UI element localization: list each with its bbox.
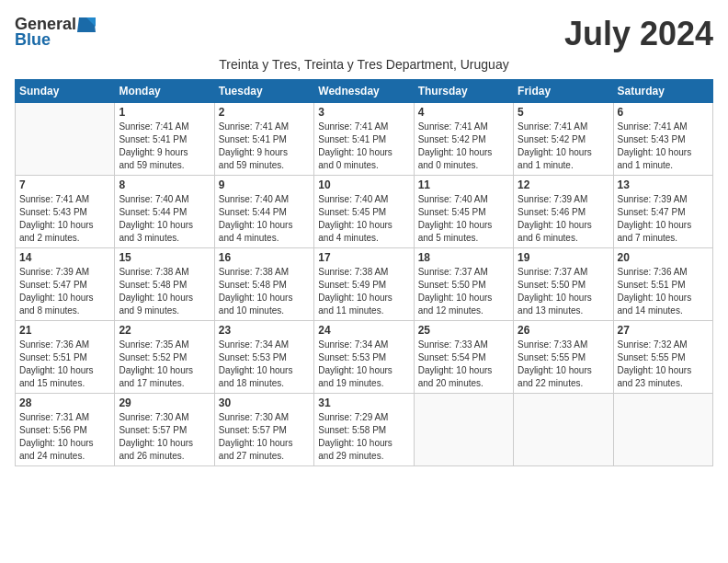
day-info: Sunrise: 7:41 AM Sunset: 5:41 PM Dayligh… [119,121,210,172]
day-number: 20 [618,251,709,264]
day-info: Sunrise: 7:37 AM Sunset: 5:50 PM Dayligh… [418,266,509,317]
day-info: Sunrise: 7:41 AM Sunset: 5:42 PM Dayligh… [518,121,609,172]
day-info: Sunrise: 7:40 AM Sunset: 5:45 PM Dayligh… [318,193,409,245]
day-info: Sunrise: 7:41 AM Sunset: 5:41 PM Dayligh… [318,121,409,172]
day-number: 2 [219,106,310,119]
day-info: Sunrise: 7:36 AM Sunset: 5:51 PM Dayligh… [19,339,110,390]
calendar-cell: 13Sunrise: 7:39 AM Sunset: 5:47 PM Dayli… [613,176,712,248]
calendar-cell: 8Sunrise: 7:40 AM Sunset: 5:44 PM Daylig… [115,176,214,248]
day-info: Sunrise: 7:38 AM Sunset: 5:48 PM Dayligh… [219,266,310,317]
logo-triangle-icon [77,17,96,32]
day-number: 11 [418,178,509,191]
day-number: 14 [19,251,110,264]
day-number: 7 [19,178,110,191]
day-number: 29 [119,396,210,409]
calendar-week-5: 28Sunrise: 7:31 AM Sunset: 5:56 PM Dayli… [16,394,713,466]
day-info: Sunrise: 7:35 AM Sunset: 5:52 PM Dayligh… [119,339,210,390]
calendar-cell [613,394,712,466]
calendar-header-saturday: Saturday [613,80,712,103]
day-info: Sunrise: 7:36 AM Sunset: 5:51 PM Dayligh… [618,266,709,317]
calendar-week-2: 7Sunrise: 7:41 AM Sunset: 5:43 PM Daylig… [16,176,713,248]
calendar-subtitle: Treinta y Tres, Treinta y Tres Departmen… [15,57,713,72]
calendar-cell: 18Sunrise: 7:37 AM Sunset: 5:50 PM Dayli… [414,248,513,321]
calendar-cell: 10Sunrise: 7:40 AM Sunset: 5:45 PM Dayli… [314,176,414,248]
day-info: Sunrise: 7:33 AM Sunset: 5:55 PM Dayligh… [518,339,609,390]
day-info: Sunrise: 7:33 AM Sunset: 5:54 PM Dayligh… [418,339,509,390]
calendar-cell: 1Sunrise: 7:41 AM Sunset: 5:41 PM Daylig… [115,103,214,176]
day-info: Sunrise: 7:40 AM Sunset: 5:45 PM Dayligh… [418,193,509,245]
day-number: 18 [418,251,509,264]
day-number: 31 [318,396,409,409]
day-info: Sunrise: 7:31 AM Sunset: 5:56 PM Dayligh… [19,411,110,463]
day-number: 23 [219,324,310,337]
calendar-header-wednesday: Wednesday [314,80,414,103]
calendar-cell: 28Sunrise: 7:31 AM Sunset: 5:56 PM Dayli… [16,394,115,466]
calendar-cell: 14Sunrise: 7:39 AM Sunset: 5:47 PM Dayli… [16,248,115,321]
calendar-cell [514,394,613,466]
calendar-cell: 25Sunrise: 7:33 AM Sunset: 5:54 PM Dayli… [414,321,513,394]
calendar-cell: 2Sunrise: 7:41 AM Sunset: 5:41 PM Daylig… [214,103,313,176]
calendar-cell: 11Sunrise: 7:40 AM Sunset: 5:45 PM Dayli… [414,176,513,248]
day-number: 30 [219,396,310,409]
day-info: Sunrise: 7:41 AM Sunset: 5:41 PM Dayligh… [219,121,310,172]
calendar-week-3: 14Sunrise: 7:39 AM Sunset: 5:47 PM Dayli… [16,248,713,321]
calendar-week-1: 1Sunrise: 7:41 AM Sunset: 5:41 PM Daylig… [16,103,713,176]
day-number: 17 [318,251,409,264]
day-number: 26 [518,324,609,337]
day-info: Sunrise: 7:40 AM Sunset: 5:44 PM Dayligh… [219,193,310,245]
calendar-cell: 31Sunrise: 7:29 AM Sunset: 5:58 PM Dayli… [314,394,414,466]
day-number: 9 [219,178,310,191]
calendar-cell: 3Sunrise: 7:41 AM Sunset: 5:41 PM Daylig… [314,103,414,176]
day-number: 27 [618,324,709,337]
day-number: 21 [19,324,110,337]
day-info: Sunrise: 7:38 AM Sunset: 5:48 PM Dayligh… [119,266,210,317]
calendar-cell: 15Sunrise: 7:38 AM Sunset: 5:48 PM Dayli… [115,248,214,321]
calendar-header-row: SundayMondayTuesdayWednesdayThursdayFrid… [16,80,713,103]
page-header: General Blue July 2024 [15,15,713,53]
day-number: 6 [618,106,709,119]
calendar-cell: 24Sunrise: 7:34 AM Sunset: 5:53 PM Dayli… [314,321,414,394]
calendar-header-tuesday: Tuesday [214,80,313,103]
calendar-cell: 9Sunrise: 7:40 AM Sunset: 5:44 PM Daylig… [214,176,313,248]
day-number: 24 [318,324,409,337]
calendar-cell: 17Sunrise: 7:38 AM Sunset: 5:49 PM Dayli… [314,248,414,321]
day-info: Sunrise: 7:39 AM Sunset: 5:46 PM Dayligh… [518,193,609,245]
calendar-cell: 12Sunrise: 7:39 AM Sunset: 5:46 PM Dayli… [514,176,613,248]
calendar-cell: 23Sunrise: 7:34 AM Sunset: 5:53 PM Dayli… [214,321,313,394]
month-title: July 2024 [564,15,713,53]
day-number: 19 [518,251,609,264]
calendar-header-thursday: Thursday [414,80,513,103]
calendar-cell: 7Sunrise: 7:41 AM Sunset: 5:43 PM Daylig… [16,176,115,248]
day-number: 25 [418,324,509,337]
day-number: 4 [418,106,509,119]
calendar-header-monday: Monday [115,80,214,103]
day-number: 8 [119,178,210,191]
day-number: 12 [518,178,609,191]
calendar-cell: 4Sunrise: 7:41 AM Sunset: 5:42 PM Daylig… [414,103,513,176]
calendar-cell: 29Sunrise: 7:30 AM Sunset: 5:57 PM Dayli… [115,394,214,466]
day-number: 16 [219,251,310,264]
day-info: Sunrise: 7:37 AM Sunset: 5:50 PM Dayligh… [518,266,609,317]
day-number: 28 [19,396,110,409]
day-number: 15 [119,251,210,264]
calendar-cell: 21Sunrise: 7:36 AM Sunset: 5:51 PM Dayli… [16,321,115,394]
day-info: Sunrise: 7:41 AM Sunset: 5:43 PM Dayligh… [19,193,110,245]
day-info: Sunrise: 7:34 AM Sunset: 5:53 PM Dayligh… [219,339,310,390]
calendar-cell [16,103,115,176]
day-info: Sunrise: 7:41 AM Sunset: 5:42 PM Dayligh… [418,121,509,172]
day-info: Sunrise: 7:30 AM Sunset: 5:57 PM Dayligh… [219,411,310,463]
calendar-header-friday: Friday [514,80,613,103]
day-info: Sunrise: 7:30 AM Sunset: 5:57 PM Dayligh… [119,411,210,463]
calendar-cell: 26Sunrise: 7:33 AM Sunset: 5:55 PM Dayli… [514,321,613,394]
day-number: 13 [618,178,709,191]
day-info: Sunrise: 7:39 AM Sunset: 5:47 PM Dayligh… [618,193,709,245]
day-info: Sunrise: 7:34 AM Sunset: 5:53 PM Dayligh… [318,339,409,390]
day-info: Sunrise: 7:29 AM Sunset: 5:58 PM Dayligh… [318,411,409,463]
calendar-header-sunday: Sunday [16,80,115,103]
logo-blue: Blue [15,30,51,50]
day-number: 10 [318,178,409,191]
calendar-cell: 27Sunrise: 7:32 AM Sunset: 5:55 PM Dayli… [613,321,712,394]
calendar-cell: 19Sunrise: 7:37 AM Sunset: 5:50 PM Dayli… [514,248,613,321]
calendar-cell: 5Sunrise: 7:41 AM Sunset: 5:42 PM Daylig… [514,103,613,176]
calendar-cell: 30Sunrise: 7:30 AM Sunset: 5:57 PM Dayli… [214,394,313,466]
